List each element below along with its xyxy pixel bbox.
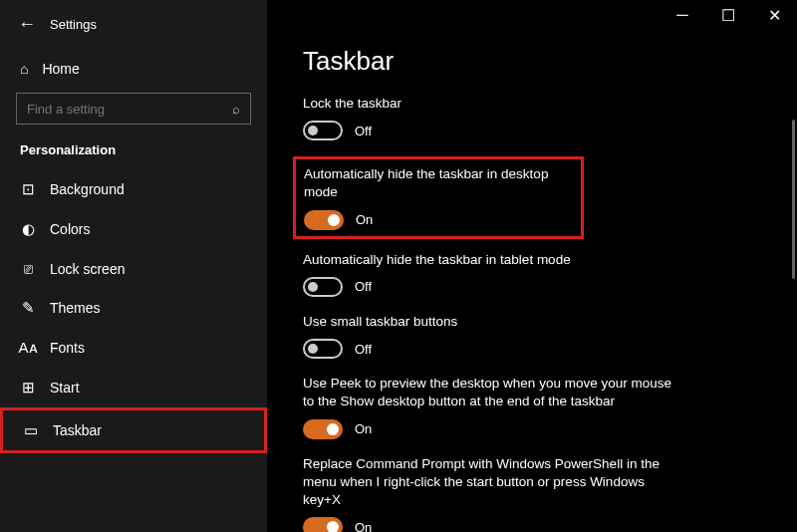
toggle-state-text: On	[356, 212, 373, 227]
home-nav[interactable]: ⌂ Home	[0, 51, 267, 87]
sidebar-item-lock-screen[interactable]: ⎚Lock screen	[0, 249, 267, 288]
toggle-state-text: Off	[355, 124, 372, 138]
toggle-row: On	[303, 419, 761, 439]
home-icon: ⌂	[20, 61, 28, 77]
app-title: Settings	[50, 17, 97, 32]
themes-icon: ✎	[20, 299, 36, 317]
sidebar-item-label: Taskbar	[53, 422, 102, 438]
toggle-row: On	[304, 210, 573, 230]
setting-1: Automatically hide the taskbar in deskto…	[293, 156, 584, 238]
setting-0: Lock the taskbarOff	[303, 95, 761, 140]
taskbar-icon: ▭	[23, 421, 39, 439]
toggle-state-text: On	[355, 520, 372, 532]
toggle-switch[interactable]	[303, 121, 343, 140]
sidebar-item-label: Lock screen	[50, 261, 125, 277]
toggle-state-text: On	[355, 421, 372, 436]
settings-list: Lock the taskbarOffAutomatically hide th…	[303, 95, 761, 532]
sidebar-item-label: Background	[50, 181, 125, 197]
setting-label: Automatically hide the taskbar in deskto…	[304, 165, 573, 201]
toggle-row: Off	[303, 121, 761, 140]
toggle-row: Off	[303, 339, 761, 359]
titlebar: ─ ☐ ✕	[660, 0, 797, 30]
toggle-row: Off	[303, 277, 761, 297]
sidebar-item-background[interactable]: ⊡Background	[0, 169, 267, 209]
lock-screen-icon: ⎚	[20, 260, 36, 277]
toggle-switch[interactable]	[303, 419, 343, 439]
search-box[interactable]: ⌕	[16, 93, 251, 125]
fonts-icon: Aᴀ	[20, 339, 36, 357]
close-button[interactable]: ✕	[751, 0, 797, 30]
sidebar-item-taskbar[interactable]: ▭Taskbar	[0, 407, 267, 453]
setting-label: Use small taskbar buttons	[303, 313, 761, 331]
background-icon: ⊡	[20, 180, 36, 198]
back-arrow-icon[interactable]: ←	[18, 14, 36, 35]
section-title: Personalization	[0, 138, 267, 169]
setting-2: Automatically hide the taskbar in tablet…	[303, 251, 761, 297]
start-icon: ⊞	[20, 379, 36, 397]
sidebar-item-label: Fonts	[50, 340, 85, 356]
search-icon[interactable]: ⌕	[232, 102, 240, 117]
toggle-switch[interactable]	[303, 339, 343, 359]
sidebar-item-fonts[interactable]: AᴀFonts	[0, 328, 267, 368]
toggle-switch[interactable]	[303, 517, 343, 532]
setting-3: Use small taskbar buttonsOff	[303, 313, 761, 359]
setting-label: Replace Command Prompt with Windows Powe…	[303, 455, 681, 510]
toggle-switch[interactable]	[303, 277, 343, 297]
setting-5: Replace Command Prompt with Windows Powe…	[303, 455, 761, 532]
setting-label: Use Peek to preview the desktop when you…	[303, 375, 681, 410]
setting-label: Automatically hide the taskbar in tablet…	[303, 251, 761, 269]
header-row: ← Settings	[0, 10, 267, 51]
sidebar-item-start[interactable]: ⊞Start	[0, 368, 267, 407]
minimize-button[interactable]: ─	[660, 0, 705, 30]
setting-label: Lock the taskbar	[303, 95, 761, 113]
toggle-row: On	[303, 517, 761, 532]
toggle-state-text: Off	[355, 279, 372, 294]
search-input[interactable]	[27, 102, 232, 117]
sidebar-item-label: Start	[50, 380, 80, 396]
home-label: Home	[42, 61, 79, 77]
toggle-state-text: Off	[355, 342, 372, 357]
scrollbar[interactable]	[792, 120, 795, 279]
sidebar-item-colors[interactable]: ◐Colors	[0, 209, 267, 249]
setting-4: Use Peek to preview the desktop when you…	[303, 375, 761, 438]
sidebar-item-label: Colors	[50, 221, 90, 237]
page-title: Taskbar	[303, 46, 761, 77]
sidebar: ← Settings ⌂ Home ⌕ Personalization ⊡Bac…	[0, 0, 267, 532]
sidebar-item-themes[interactable]: ✎Themes	[0, 288, 267, 328]
sidebar-item-label: Themes	[50, 300, 101, 316]
nav-list: ⊡Background◐Colors⎚Lock screen✎ThemesAᴀF…	[0, 169, 267, 453]
colors-icon: ◐	[20, 220, 36, 238]
toggle-switch[interactable]	[304, 210, 344, 230]
maximize-button[interactable]: ☐	[705, 0, 751, 30]
main-content: ─ ☐ ✕ Taskbar Lock the taskbarOffAutomat…	[267, 0, 797, 532]
